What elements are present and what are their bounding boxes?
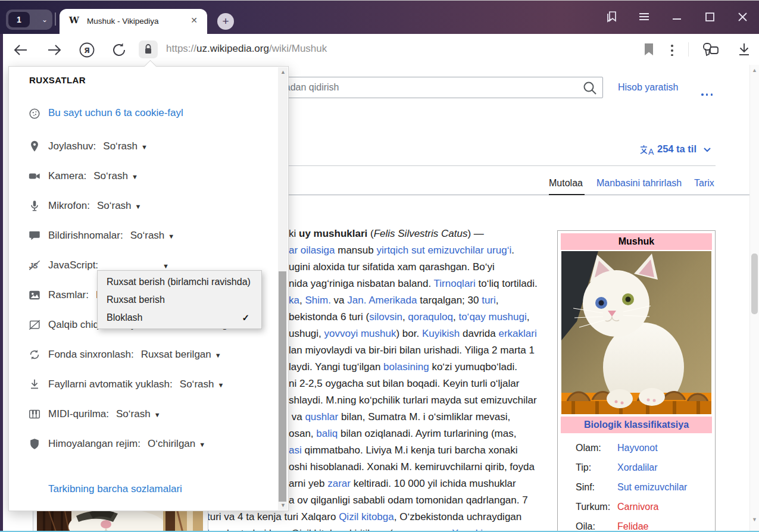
chevron-down-icon[interactable]: ▼ <box>154 411 161 418</box>
article-link[interactable]: Tirnoqlari <box>434 278 476 289</box>
permission-value[interactable]: Soʻrash <box>180 378 214 390</box>
search-icon[interactable] <box>582 80 598 96</box>
article-link[interactable]: qushlar <box>305 411 338 423</box>
scroll-up-icon[interactable]: ▲ <box>280 69 286 75</box>
new-tab-button[interactable]: + <box>217 13 234 30</box>
chevron-down-icon[interactable]: ▼ <box>141 143 148 151</box>
browser-window: 1 ⌄ W Mushuk - Vikipediya ✕ + <box>0 0 759 532</box>
cookies-link[interactable]: Bu sayt uchun 6 ta cookie-fayl <box>48 107 183 119</box>
scrollbar-thumb[interactable] <box>751 254 758 314</box>
browser-tab[interactable]: W Mushuk - Vikipediya ✕ <box>60 9 207 34</box>
kitten-photo[interactable] <box>561 251 711 414</box>
create-account-link[interactable]: Hisob yaratish <box>618 82 678 93</box>
taxon-link[interactable]: Hayvonot <box>617 443 658 453</box>
panels-icon[interactable] <box>602 7 621 26</box>
taxon-link[interactable]: Carnivora <box>617 502 658 512</box>
extensions-menu-icon[interactable] <box>669 42 675 59</box>
location-pin-icon <box>28 140 41 153</box>
article-link[interactable]: turi <box>482 295 496 306</box>
menu-item[interactable]: Ruxsat berish (birlamchi ravishda) <box>98 273 261 291</box>
svg-text:A: A <box>648 147 654 157</box>
article-line: osan, baliq bilan oziqlanadi. Ayrim turl… <box>289 425 516 442</box>
article-text: ) bor. <box>396 328 421 339</box>
article-link[interactable]: Shim. <box>305 295 330 306</box>
chevron-down-icon[interactable]: ⌄ <box>42 15 48 24</box>
tab-count-badge[interactable]: 1 <box>8 12 30 27</box>
page-scrollbar[interactable]: ▲ ▼ <box>749 65 759 531</box>
chevron-down-icon[interactable]: ▼ <box>132 173 138 180</box>
permission-value[interactable]: Soʻrash <box>103 140 138 152</box>
tab-counter[interactable]: 1 ⌄ <box>6 10 52 30</box>
article-link[interactable]: silovsin <box>369 311 402 323</box>
taxon-link[interactable]: Felidae <box>617 521 648 531</box>
infobox-section-title[interactable]: Biologik klassifikatsiya <box>561 417 712 433</box>
reload-icon[interactable] <box>111 42 127 58</box>
scroll-down-icon[interactable]: ▼ <box>752 517 757 522</box>
article-link[interactable]: baliq <box>316 428 338 439</box>
chevron-down-icon[interactable]: ▼ <box>217 381 224 389</box>
address-toolbar: Я https://uz.wikipedia.org/wiki/Mushuk <box>0 34 759 65</box>
language-selector[interactable]: A 254 ta til <box>639 143 711 157</box>
article-link[interactable]: zarar <box>327 478 351 489</box>
download-icon[interactable] <box>737 42 754 59</box>
scroll-down-icon[interactable]: ▼ <box>280 502 286 508</box>
permission-label: MIDI-qurilma: <box>48 408 109 420</box>
article-link[interactable]: qoraquloq <box>408 311 453 323</box>
menu-item[interactable]: Ruxsat berish <box>98 291 261 309</box>
all-content-settings-link[interactable]: Tarkibning barcha sozlamalari <box>48 483 182 495</box>
article-link[interactable]: yovvoyi mushuk <box>324 328 396 339</box>
microphone-icon <box>28 199 41 212</box>
tab-edit-source[interactable]: Manbasini tahrirlash <box>596 178 682 189</box>
chevron-down-icon[interactable]: ▼ <box>168 233 174 240</box>
tab-read[interactable]: Mutolaa <box>549 178 583 189</box>
article-link[interactable]: Jan. Amerikada <box>347 295 417 306</box>
yandex-icon[interactable]: Я <box>79 42 95 58</box>
permission-value[interactable]: Ruxsat berilgan <box>141 349 211 360</box>
close-window-icon[interactable] <box>733 7 752 26</box>
maximize-icon[interactable] <box>700 7 719 26</box>
article-link[interactable]: Qizil kitobga <box>339 511 394 522</box>
chevron-down-icon[interactable]: ▼ <box>135 203 142 210</box>
bookmark-icon[interactable] <box>643 42 660 59</box>
article-line: ar oilasiga mansub yirtqich sut emizuvch… <box>289 242 514 259</box>
chevron-down-icon[interactable]: ▼ <box>199 441 205 448</box>
article-text: arni yeb <box>289 478 327 489</box>
chevron-down-icon[interactable]: ▼ <box>163 262 169 270</box>
cat-thumbnail[interactable] <box>37 511 203 531</box>
permission-value[interactable]: Soʻrash <box>116 408 151 420</box>
scroll-up-icon[interactable]: ▲ <box>752 67 757 73</box>
article-link[interactable]: ka <box>289 295 299 306</box>
tab-history[interactable]: Tarix <box>694 178 714 189</box>
tabs-divider <box>250 195 749 195</box>
search-input[interactable] <box>240 77 603 98</box>
article-link[interactable]: bolasining <box>383 361 429 373</box>
more-options-icon[interactable] <box>701 87 718 98</box>
url-path: /wiki/Mushuk <box>269 43 327 54</box>
site-lock-button[interactable] <box>139 40 158 58</box>
permission-value[interactable]: Soʻrash <box>97 200 132 211</box>
address-url[interactable]: https://uz.wikipedia.org/wiki/Mushuk <box>166 43 327 55</box>
article-link[interactable]: erkaklari <box>498 328 536 339</box>
collections-icon[interactable] <box>701 42 718 58</box>
taxon-link[interactable]: Xordalilar <box>617 462 658 472</box>
scrollbar-thumb[interactable] <box>279 271 286 502</box>
article-link[interactable]: ar oilasiga <box>289 245 335 256</box>
panel-scrollbar[interactable]: ▲ ▼ <box>278 67 288 510</box>
permission-value[interactable]: Soʻrash <box>93 170 128 181</box>
minimize-icon[interactable] <box>667 7 686 26</box>
article-link[interactable]: yirtqich sut emizuvchilar urugʻi <box>376 245 511 256</box>
forward-icon[interactable] <box>46 42 63 58</box>
article-line: ushugi, yovvoyi mushuk) bor. Kuyikish da… <box>289 326 537 342</box>
rank-label: Sinf: <box>576 477 617 497</box>
article-link[interactable]: Kuyikish <box>422 328 460 339</box>
article-link[interactable]: asi <box>289 445 302 456</box>
taxon-link[interactable]: Sut emizuvchilar <box>617 482 687 492</box>
menu-item[interactable]: Bloklash✓ <box>98 309 261 327</box>
permission-value[interactable]: Oʻchirilgan <box>148 438 195 449</box>
back-icon[interactable] <box>13 42 29 58</box>
menu-icon[interactable] <box>635 7 654 26</box>
permission-value[interactable]: Soʻrash <box>130 230 165 241</box>
chevron-down-icon[interactable]: ▼ <box>215 352 221 359</box>
close-tab-icon[interactable]: ✕ <box>190 15 198 25</box>
article-link[interactable]: toʻqay mushugi <box>458 311 526 323</box>
